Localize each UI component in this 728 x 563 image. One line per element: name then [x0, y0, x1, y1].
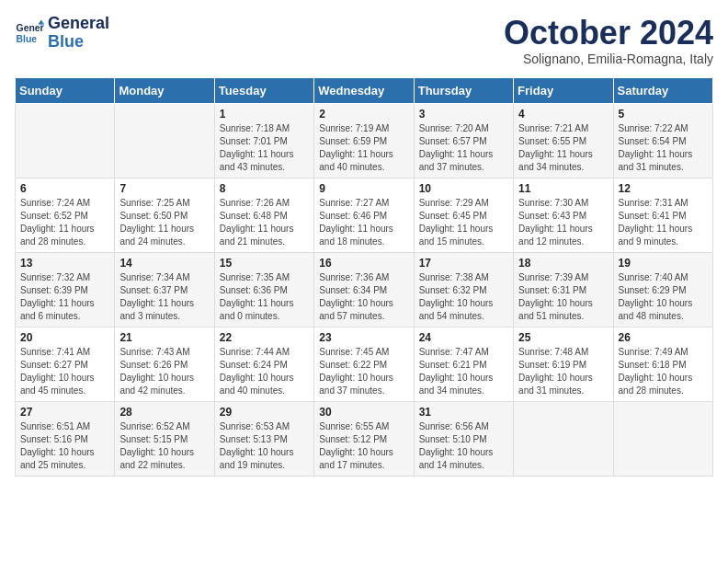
- cell-info: Sunrise: 7:27 AM Sunset: 6:46 PM Dayligh…: [319, 197, 408, 248]
- day-number: 5: [619, 108, 708, 121]
- calendar-cell: 1Sunrise: 7:18 AM Sunset: 7:01 PM Daylig…: [214, 103, 313, 178]
- day-number: 26: [619, 331, 708, 344]
- day-number: 4: [518, 108, 608, 121]
- title-block: October 2024 Solignano, Emilia-Romagna, …: [504, 15, 713, 66]
- day-number: 13: [20, 257, 109, 270]
- day-number: 14: [119, 257, 209, 270]
- cell-info: Sunrise: 6:56 AM Sunset: 5:10 PM Dayligh…: [419, 420, 508, 472]
- calendar-cell: [613, 401, 712, 476]
- cell-info: Sunrise: 7:40 AM Sunset: 6:29 PM Dayligh…: [619, 271, 708, 323]
- day-number: 9: [319, 182, 408, 195]
- day-number: 7: [119, 182, 209, 195]
- cell-info: Sunrise: 7:18 AM Sunset: 7:01 PM Dayligh…: [220, 122, 309, 174]
- day-number: 10: [419, 182, 508, 195]
- cell-info: Sunrise: 7:30 AM Sunset: 6:43 PM Dayligh…: [518, 197, 608, 248]
- calendar-cell: 21Sunrise: 7:43 AM Sunset: 6:26 PM Dayli…: [115, 327, 214, 401]
- cell-info: Sunrise: 7:19 AM Sunset: 6:59 PM Dayligh…: [319, 122, 408, 174]
- day-number: 19: [619, 257, 708, 270]
- calendar-cell: 9Sunrise: 7:27 AM Sunset: 6:46 PM Daylig…: [314, 178, 414, 252]
- calendar-cell: 23Sunrise: 7:45 AM Sunset: 6:22 PM Dayli…: [314, 327, 414, 401]
- weekday-header-wednesday: Wednesday: [314, 77, 414, 103]
- cell-info: Sunrise: 7:41 AM Sunset: 6:27 PM Dayligh…: [20, 346, 109, 397]
- day-number: 11: [518, 182, 608, 195]
- calendar-cell: 25Sunrise: 7:48 AM Sunset: 6:19 PM Dayli…: [514, 327, 613, 401]
- weekday-header-thursday: Thursday: [414, 77, 513, 103]
- logo-icon: General Blue: [15, 18, 44, 48]
- calendar-cell: 24Sunrise: 7:47 AM Sunset: 6:21 PM Dayli…: [414, 327, 513, 401]
- day-number: 18: [518, 257, 608, 270]
- calendar-cell: 28Sunrise: 6:52 AM Sunset: 5:15 PM Dayli…: [115, 401, 214, 476]
- calendar-week-row: 1Sunrise: 7:18 AM Sunset: 7:01 PM Daylig…: [16, 103, 713, 178]
- day-number: 25: [518, 331, 608, 344]
- logo-text: General Blue: [48, 15, 109, 52]
- cell-info: Sunrise: 7:36 AM Sunset: 6:34 PM Dayligh…: [319, 271, 408, 323]
- logo-line2: Blue: [48, 33, 109, 52]
- weekday-header-row: SundayMondayTuesdayWednesdayThursdayFrid…: [16, 77, 713, 103]
- calendar-cell: 20Sunrise: 7:41 AM Sunset: 6:27 PM Dayli…: [16, 327, 115, 401]
- day-number: 16: [319, 257, 408, 270]
- calendar-cell: 10Sunrise: 7:29 AM Sunset: 6:45 PM Dayli…: [414, 178, 513, 252]
- logo-line1: General: [48, 15, 109, 33]
- cell-info: Sunrise: 7:43 AM Sunset: 6:26 PM Dayligh…: [119, 346, 209, 397]
- cell-info: Sunrise: 7:32 AM Sunset: 6:39 PM Dayligh…: [20, 271, 109, 323]
- calendar-cell: 11Sunrise: 7:30 AM Sunset: 6:43 PM Dayli…: [514, 178, 613, 252]
- calendar-week-row: 20Sunrise: 7:41 AM Sunset: 6:27 PM Dayli…: [16, 327, 713, 401]
- cell-info: Sunrise: 7:38 AM Sunset: 6:32 PM Dayligh…: [419, 271, 508, 323]
- weekday-header-friday: Friday: [514, 77, 613, 103]
- cell-info: Sunrise: 7:25 AM Sunset: 6:50 PM Dayligh…: [119, 197, 209, 248]
- calendar-cell: 2Sunrise: 7:19 AM Sunset: 6:59 PM Daylig…: [314, 103, 414, 178]
- day-number: 3: [419, 108, 508, 121]
- weekday-header-monday: Monday: [115, 77, 214, 103]
- calendar-cell: [514, 401, 613, 476]
- cell-info: Sunrise: 7:39 AM Sunset: 6:31 PM Dayligh…: [518, 271, 608, 323]
- calendar-cell: 30Sunrise: 6:55 AM Sunset: 5:12 PM Dayli…: [314, 401, 414, 476]
- day-number: 23: [319, 331, 408, 344]
- weekday-header-sunday: Sunday: [16, 77, 115, 103]
- day-number: 22: [220, 331, 309, 344]
- cell-info: Sunrise: 7:21 AM Sunset: 6:55 PM Dayligh…: [518, 122, 608, 174]
- calendar-week-row: 6Sunrise: 7:24 AM Sunset: 6:52 PM Daylig…: [16, 178, 713, 252]
- cell-info: Sunrise: 7:29 AM Sunset: 6:45 PM Dayligh…: [419, 197, 508, 248]
- cell-info: Sunrise: 7:44 AM Sunset: 6:24 PM Dayligh…: [220, 346, 309, 397]
- cell-info: Sunrise: 7:35 AM Sunset: 6:36 PM Dayligh…: [220, 271, 309, 323]
- calendar-week-row: 27Sunrise: 6:51 AM Sunset: 5:16 PM Dayli…: [16, 401, 713, 476]
- page-header: General Blue General Blue October 2024 S…: [15, 15, 713, 66]
- calendar-cell: 17Sunrise: 7:38 AM Sunset: 6:32 PM Dayli…: [414, 252, 513, 327]
- calendar-cell: 26Sunrise: 7:49 AM Sunset: 6:18 PM Dayli…: [613, 327, 712, 401]
- svg-text:General: General: [17, 23, 44, 33]
- calendar-cell: 31Sunrise: 6:56 AM Sunset: 5:10 PM Dayli…: [414, 401, 513, 476]
- cell-info: Sunrise: 7:20 AM Sunset: 6:57 PM Dayligh…: [419, 122, 508, 174]
- day-number: 6: [20, 182, 109, 195]
- cell-info: Sunrise: 7:49 AM Sunset: 6:18 PM Dayligh…: [619, 346, 708, 397]
- calendar-cell: [16, 103, 115, 178]
- calendar-cell: [115, 103, 214, 178]
- calendar-cell: 13Sunrise: 7:32 AM Sunset: 6:39 PM Dayli…: [16, 252, 115, 327]
- day-number: 31: [419, 406, 508, 419]
- calendar-cell: 7Sunrise: 7:25 AM Sunset: 6:50 PM Daylig…: [115, 178, 214, 252]
- day-number: 28: [119, 406, 209, 419]
- cell-info: Sunrise: 7:45 AM Sunset: 6:22 PM Dayligh…: [319, 346, 408, 397]
- cell-info: Sunrise: 6:51 AM Sunset: 5:16 PM Dayligh…: [20, 420, 109, 472]
- cell-info: Sunrise: 7:48 AM Sunset: 6:19 PM Dayligh…: [518, 346, 608, 397]
- calendar-cell: 19Sunrise: 7:40 AM Sunset: 6:29 PM Dayli…: [613, 252, 712, 327]
- calendar-cell: 8Sunrise: 7:26 AM Sunset: 6:48 PM Daylig…: [214, 178, 313, 252]
- calendar-table: SundayMondayTuesdayWednesdayThursdayFrid…: [15, 77, 713, 477]
- calendar-cell: 15Sunrise: 7:35 AM Sunset: 6:36 PM Dayli…: [214, 252, 313, 327]
- cell-info: Sunrise: 7:34 AM Sunset: 6:37 PM Dayligh…: [119, 271, 209, 323]
- day-number: 17: [419, 257, 508, 270]
- svg-text:Blue: Blue: [17, 33, 38, 43]
- day-number: 1: [220, 108, 309, 121]
- logo: General Blue General Blue: [15, 15, 109, 52]
- cell-info: Sunrise: 7:22 AM Sunset: 6:54 PM Dayligh…: [619, 122, 708, 174]
- calendar-cell: 16Sunrise: 7:36 AM Sunset: 6:34 PM Dayli…: [314, 252, 414, 327]
- calendar-cell: 5Sunrise: 7:22 AM Sunset: 6:54 PM Daylig…: [613, 103, 712, 178]
- cell-info: Sunrise: 7:24 AM Sunset: 6:52 PM Dayligh…: [20, 197, 109, 248]
- cell-info: Sunrise: 7:31 AM Sunset: 6:41 PM Dayligh…: [619, 197, 708, 248]
- calendar-cell: 22Sunrise: 7:44 AM Sunset: 6:24 PM Dayli…: [214, 327, 313, 401]
- cell-info: Sunrise: 6:53 AM Sunset: 5:13 PM Dayligh…: [220, 420, 309, 472]
- day-number: 21: [119, 331, 209, 344]
- calendar-cell: 27Sunrise: 6:51 AM Sunset: 5:16 PM Dayli…: [16, 401, 115, 476]
- weekday-header-saturday: Saturday: [613, 77, 712, 103]
- weekday-header-tuesday: Tuesday: [214, 77, 313, 103]
- day-number: 2: [319, 108, 408, 121]
